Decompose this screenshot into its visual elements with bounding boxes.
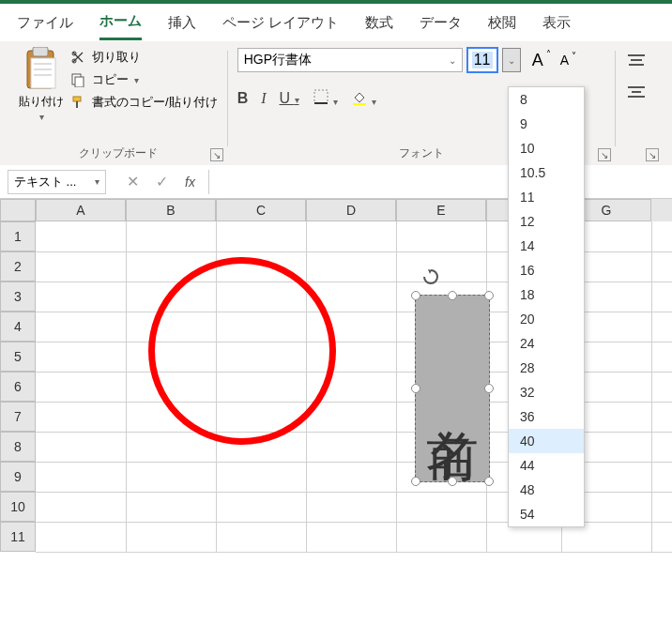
font-name-select[interactable]: HGP行書体 ⌄ <box>237 48 463 72</box>
font-size-value: 11 <box>472 52 493 68</box>
bold-button[interactable]: B <box>237 90 249 107</box>
font-size-option[interactable]: 11 <box>509 185 584 209</box>
format-painter-button[interactable]: 書式のコピー/貼り付け <box>69 94 218 111</box>
resize-handle[interactable] <box>411 291 420 300</box>
font-size-dropdown: 891010.51112141618202428323640444854 <box>508 86 585 527</box>
font-size-option[interactable]: 8 <box>509 87 584 112</box>
svg-rect-10 <box>73 97 81 101</box>
font-size-option[interactable]: 18 <box>509 282 584 307</box>
svg-rect-11 <box>76 101 78 108</box>
text-box-shape[interactable]: 名前 <box>415 295 490 482</box>
tab-file[interactable]: ファイル <box>17 7 73 39</box>
row-header[interactable]: 10 <box>0 492 36 522</box>
row-header[interactable]: 7 <box>0 402 36 432</box>
svg-rect-2 <box>31 58 55 88</box>
align-left-button[interactable] <box>625 83 648 101</box>
row-header[interactable]: 3 <box>0 281 36 312</box>
italic-button[interactable]: I <box>261 90 266 107</box>
tab-home[interactable]: ホーム <box>99 5 142 40</box>
chevron-down-icon: ▾ <box>95 176 99 187</box>
font-size-option[interactable]: 24 <box>509 331 584 356</box>
fx-icon[interactable]: fx <box>185 175 195 190</box>
tab-formulas[interactable]: 数式 <box>365 7 393 39</box>
clipboard-group-label: クリップボード <box>19 145 218 165</box>
font-size-option[interactable]: 16 <box>509 258 584 282</box>
cancel-formula-button[interactable]: ✕ <box>127 173 139 190</box>
name-box-value: テキスト ... <box>14 174 76 190</box>
font-name-value: HGP行書体 <box>244 52 312 68</box>
decrease-font-button[interactable]: A˅ <box>560 53 569 68</box>
font-size-option[interactable]: 28 <box>509 356 584 380</box>
tab-data[interactable]: データ <box>420 7 462 39</box>
font-size-option[interactable]: 9 <box>509 112 584 136</box>
font-size-option[interactable]: 44 <box>509 453 584 478</box>
fill-color-button[interactable]: ▾ <box>351 88 376 109</box>
formula-bar[interactable] <box>208 170 672 194</box>
resize-handle[interactable] <box>448 291 457 300</box>
format-painter-label: 書式のコピー/貼り付け <box>92 94 218 111</box>
font-size-option[interactable]: 48 <box>509 478 584 502</box>
col-header[interactable]: E <box>396 199 486 221</box>
row-header[interactable]: 8 <box>0 432 36 462</box>
row-header[interactable]: 5 <box>0 342 36 372</box>
enter-formula-button[interactable]: ✓ <box>156 173 168 190</box>
copy-button[interactable]: コピー ▾ <box>69 71 218 88</box>
chevron-down-icon: ▾ <box>39 112 44 122</box>
svg-rect-9 <box>75 77 84 87</box>
col-header[interactable]: D <box>306 199 396 221</box>
select-all-button[interactable] <box>0 199 36 221</box>
resize-handle[interactable] <box>411 384 420 393</box>
font-size-option[interactable]: 54 <box>509 502 584 526</box>
font-size-option[interactable]: 12 <box>509 209 584 234</box>
row-header[interactable]: 6 <box>0 372 36 402</box>
font-size-option[interactable]: 10.5 <box>509 160 584 185</box>
resize-handle[interactable] <box>484 477 494 486</box>
col-header[interactable]: C <box>216 199 306 221</box>
underline-button[interactable]: U ▾ <box>280 90 299 107</box>
paintbrush-icon <box>69 94 86 111</box>
resize-handle[interactable] <box>484 384 494 393</box>
font-size-option[interactable]: 40 <box>509 429 584 453</box>
col-header[interactable]: B <box>126 199 216 221</box>
font-size-option[interactable]: 36 <box>509 404 584 429</box>
paste-button[interactable]: 貼り付け ▾ <box>19 47 64 122</box>
alignment-dialog-launcher[interactable]: ↘ <box>646 148 659 161</box>
resize-handle[interactable] <box>411 477 420 486</box>
increase-font-button[interactable]: A˄ <box>532 51 543 70</box>
row-header[interactable]: 9 <box>0 462 36 492</box>
resize-handle[interactable] <box>448 477 457 486</box>
chevron-down-icon: ⌄ <box>508 55 515 66</box>
clipboard-dialog-launcher[interactable]: ↘ <box>210 148 223 161</box>
cut-button[interactable]: 切り取り <box>69 49 218 66</box>
col-header[interactable]: A <box>36 199 126 221</box>
row-header[interactable]: 2 <box>0 251 36 281</box>
align-top-button[interactable] <box>625 51 648 69</box>
font-size-option[interactable]: 10 <box>509 136 584 160</box>
svg-rect-14 <box>353 103 366 105</box>
font-dialog-launcher[interactable]: ↘ <box>598 148 611 161</box>
font-size-option[interactable]: 14 <box>509 234 584 258</box>
font-size-option[interactable]: 32 <box>509 380 584 404</box>
tab-view[interactable]: 表示 <box>542 7 571 39</box>
chevron-down-icon: ▾ <box>134 75 139 85</box>
ribbon-tabs: ファイル ホーム 挿入 ページ レイアウト 数式 データ 校閲 表示 <box>0 4 672 41</box>
row-header[interactable]: 1 <box>0 221 36 251</box>
row-header[interactable]: 11 <box>0 522 36 552</box>
name-box[interactable]: テキスト ... ▾ <box>8 170 106 194</box>
clipboard-icon <box>22 47 61 92</box>
font-size-input[interactable]: 11 <box>466 47 498 73</box>
rotate-handle-icon[interactable] <box>443 267 462 286</box>
paste-label: 貼り付け <box>19 94 64 110</box>
annotation-circle <box>148 257 336 445</box>
tab-insert[interactable]: 挿入 <box>168 7 196 39</box>
resize-handle[interactable] <box>484 291 494 300</box>
tab-review[interactable]: 校閲 <box>488 7 516 39</box>
border-button[interactable]: ▾ <box>313 88 338 109</box>
copy-label: コピー <box>92 71 129 88</box>
row-header[interactable]: 4 <box>0 312 36 342</box>
tab-page-layout[interactable]: ページ レイアウト <box>222 7 339 39</box>
font-size-dropdown-button[interactable]: ⌄ <box>502 48 521 72</box>
row-headers: 1 2 3 4 5 6 7 8 9 10 11 <box>0 221 36 552</box>
clipboard-group: 貼り付け ▾ 切り取り コピー ▾ <box>9 47 227 165</box>
font-size-option[interactable]: 20 <box>509 307 584 331</box>
